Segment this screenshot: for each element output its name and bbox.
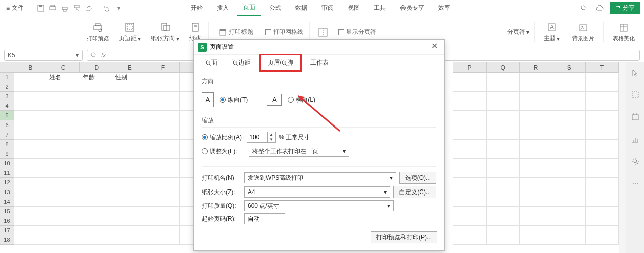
cell[interactable] (14, 168, 47, 178)
cell[interactable] (453, 226, 487, 235)
cell[interactable] (487, 187, 520, 197)
cell[interactable] (520, 226, 553, 235)
cell[interactable] (80, 149, 114, 159)
cell[interactable] (453, 92, 487, 101)
cell[interactable] (113, 187, 146, 197)
portrait-radio[interactable]: 纵向(T) (220, 96, 248, 104)
col-header[interactable]: B (14, 62, 47, 73)
cell[interactable] (586, 235, 619, 245)
cell[interactable] (453, 149, 487, 159)
cell[interactable] (487, 207, 520, 216)
cell[interactable] (520, 216, 553, 226)
cell[interactable] (14, 111, 47, 120)
ribbon-print-gridlines[interactable]: 打印网格线 (261, 28, 307, 36)
paper-size-select[interactable]: A4 ▾ (244, 186, 390, 198)
row-header[interactable]: 8 (0, 140, 14, 149)
tab-start[interactable]: 开始 (185, 1, 209, 15)
cell[interactable] (453, 187, 487, 197)
cell[interactable] (487, 235, 520, 245)
cell[interactable] (47, 168, 80, 178)
cell[interactable] (487, 82, 520, 92)
row-header[interactable]: 2 (0, 82, 14, 92)
cell[interactable] (14, 207, 47, 216)
zoom-spinner[interactable]: ▲▼ (247, 132, 276, 143)
cell[interactable] (487, 226, 520, 235)
zoom-value-input[interactable] (247, 134, 267, 141)
cell[interactable] (520, 82, 553, 92)
cell[interactable] (520, 140, 553, 149)
ribbon-themes[interactable]: A 主题▾ (539, 21, 565, 43)
dialog-tab-header-footer[interactable]: 页眉/页脚 (259, 54, 302, 72)
cell[interactable] (586, 92, 619, 101)
cell[interactable] (586, 120, 619, 130)
cell[interactable] (552, 187, 586, 197)
cell[interactable] (586, 178, 619, 187)
cell[interactable] (552, 111, 586, 120)
cell[interactable] (14, 73, 47, 82)
cell[interactable] (487, 120, 520, 130)
cell[interactable] (552, 101, 586, 111)
cell[interactable] (520, 178, 553, 187)
col-header[interactable]: D (80, 62, 113, 73)
cell[interactable] (47, 120, 80, 130)
cell[interactable] (14, 197, 47, 207)
fit-to-radio[interactable]: 调整为(F): (202, 147, 237, 156)
row-header[interactable]: 18 (0, 235, 14, 245)
cell[interactable] (552, 159, 586, 168)
tab-efficiency[interactable]: 效率 (432, 1, 456, 15)
ribbon-show-page-breaks[interactable]: 显示分页符 (334, 28, 380, 36)
cell[interactable] (146, 226, 180, 235)
cell[interactable] (146, 168, 180, 178)
cell[interactable] (113, 92, 146, 101)
cell[interactable] (113, 235, 146, 245)
cell[interactable] (552, 216, 586, 226)
row-header[interactable]: 15 (0, 207, 14, 216)
cell[interactable] (113, 140, 146, 149)
cell[interactable] (80, 92, 114, 101)
cell[interactable] (47, 197, 80, 207)
options-button[interactable]: 选项(O)... (399, 172, 436, 184)
cell[interactable] (80, 120, 114, 130)
cell[interactable] (146, 120, 180, 130)
cell[interactable] (487, 111, 520, 120)
cell[interactable] (14, 92, 47, 101)
cell[interactable] (453, 216, 487, 226)
row-header[interactable]: 7 (0, 130, 14, 140)
cell[interactable] (552, 207, 586, 216)
cell[interactable] (453, 235, 487, 245)
chevron-down-icon[interactable]: ▾ (113, 3, 124, 14)
cell[interactable] (487, 216, 520, 226)
cell[interactable] (80, 82, 114, 92)
cell[interactable] (146, 178, 180, 187)
cell[interactable] (14, 216, 47, 226)
cell[interactable] (453, 82, 487, 92)
cell[interactable] (552, 226, 586, 235)
vertical-scrollbar[interactable] (619, 62, 626, 253)
cell[interactable] (453, 140, 487, 149)
print-quality-select[interactable]: 600 点/英寸 ▾ (244, 200, 394, 211)
cell[interactable] (552, 197, 586, 207)
cell[interactable] (487, 101, 520, 111)
cell[interactable] (47, 149, 80, 159)
cell[interactable] (146, 159, 180, 168)
cell[interactable] (146, 73, 180, 82)
cell[interactable] (453, 168, 487, 178)
more-icon[interactable]: ⋯ (629, 177, 641, 189)
cell[interactable] (586, 168, 619, 178)
cell[interactable] (113, 216, 146, 226)
cell[interactable] (586, 197, 619, 207)
cell[interactable] (113, 207, 146, 216)
cell[interactable] (520, 187, 553, 197)
cell[interactable] (586, 130, 619, 140)
cell[interactable] (146, 197, 180, 207)
cell[interactable] (47, 130, 80, 140)
ribbon-print-title[interactable]: 打印标题 (215, 28, 257, 36)
tab-insert[interactable]: 插入 (211, 1, 235, 15)
cell[interactable] (80, 130, 114, 140)
row-header[interactable]: 12 (0, 178, 14, 187)
tab-review[interactable]: 审阅 (315, 1, 340, 15)
spinner-arrows-icon[interactable]: ▲▼ (267, 132, 274, 142)
cell[interactable] (47, 101, 80, 111)
row-header[interactable]: 17 (0, 226, 14, 235)
row-header[interactable]: 9 (0, 149, 14, 159)
